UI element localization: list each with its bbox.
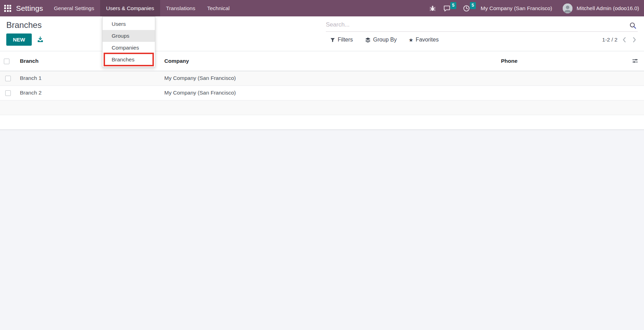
messages-count-badge: 5 — [450, 2, 456, 9]
search-icon[interactable] — [629, 22, 637, 31]
table-row[interactable]: Branch 2 My Company (San Francisco) — [0, 85, 644, 100]
group-by-button[interactable]: Group By — [365, 37, 397, 43]
cell-phone[interactable] — [497, 71, 628, 85]
activities-count-badge: 5 — [470, 2, 476, 9]
dropdown-item-branches[interactable]: Branches — [103, 54, 155, 66]
search-input[interactable] — [326, 21, 638, 28]
pager-next-icon[interactable] — [631, 37, 638, 43]
control-panel: Branches NEW — [0, 16, 644, 51]
row-checkbox[interactable] — [5, 90, 11, 96]
current-app-name[interactable]: Settings — [15, 4, 48, 13]
top-navbar: Settings General Settings Users & Compan… — [0, 0, 644, 16]
users-companies-dropdown: Users Groups Companies Branches — [102, 16, 155, 67]
table-row[interactable]: Branch 1 My Company (San Francisco) — [0, 71, 644, 85]
bug-icon — [429, 5, 436, 12]
select-all-checkbox[interactable] — [4, 59, 9, 64]
clock-icon — [463, 5, 470, 12]
chat-bubble-icon — [443, 5, 451, 12]
table-header-row: Branch Company Phone — [0, 51, 644, 71]
favorites-button[interactable]: ★ Favorites — [409, 37, 439, 43]
branches-list-table: Branch Company Phone Branch 1 My — [0, 51, 644, 129]
cell-phone[interactable] — [497, 85, 628, 100]
new-button[interactable]: NEW — [6, 33, 32, 46]
filter-funnel-icon — [330, 37, 335, 43]
menu-technical[interactable]: Technical — [201, 0, 236, 16]
filters-button[interactable]: Filters — [330, 37, 353, 43]
export-download-icon[interactable] — [37, 36, 44, 43]
empty-filler-row — [0, 100, 644, 115]
debug-bug-icon[interactable] — [426, 0, 440, 16]
search-bar — [326, 21, 638, 32]
dropdown-item-companies[interactable]: Companies — [103, 42, 155, 54]
apps-grid-icon — [4, 5, 11, 12]
menu-general-settings[interactable]: General Settings — [48, 0, 100, 16]
company-switcher[interactable]: My Company (San Francisco) — [477, 5, 556, 12]
apps-menu-button[interactable] — [0, 0, 15, 16]
pager-value: 1-2 / 2 — [602, 37, 617, 43]
activities-menu[interactable]: 5 — [459, 0, 474, 16]
column-header-phone[interactable]: Phone — [497, 51, 628, 71]
table-bottom-border — [0, 129, 644, 130]
empty-filler-row — [0, 115, 644, 129]
page-title: Branches — [6, 20, 44, 30]
menu-translations[interactable]: Translations — [160, 0, 201, 16]
cell-branch[interactable]: Branch 2 — [16, 85, 160, 100]
dropdown-item-users[interactable]: Users — [103, 18, 155, 30]
user-avatar[interactable] — [563, 3, 572, 13]
pager-previous-icon[interactable] — [621, 37, 628, 43]
dropdown-item-groups[interactable]: Groups — [103, 30, 155, 42]
user-menu[interactable]: Mitchell Admin (odoo16.0) — [572, 5, 644, 12]
column-header-company[interactable]: Company — [160, 51, 497, 71]
cell-company[interactable]: My Company (San Francisco) — [160, 71, 497, 85]
star-icon: ★ — [409, 37, 413, 43]
cell-company[interactable]: My Company (San Francisco) — [160, 85, 497, 100]
optional-columns-icon[interactable] — [632, 58, 638, 64]
layers-icon — [365, 37, 371, 43]
menu-users-companies[interactable]: Users & Companies — [100, 0, 160, 16]
row-checkbox[interactable] — [5, 76, 11, 81]
messages-menu[interactable]: 5 — [440, 0, 454, 16]
pager: 1-2 / 2 — [602, 37, 638, 43]
cell-branch[interactable]: Branch 1 — [16, 71, 160, 85]
person-icon — [563, 3, 572, 13]
